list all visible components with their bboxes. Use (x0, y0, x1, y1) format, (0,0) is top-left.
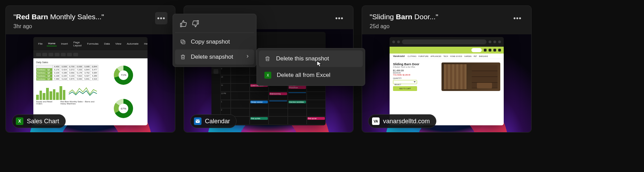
excel-window: File Home Insert Page Layout Formulas Da… (33, 37, 148, 125)
ellipsis-icon: ••• (335, 14, 343, 22)
ellipsis-icon: ••• (157, 14, 165, 22)
card-header: "Sliding Barn Door..." 25d ago ••• (362, 6, 531, 30)
donut-chart-2: 67% (114, 99, 133, 118)
snapshot-card-red-barn[interactable]: "Red Barn Monthly Sales..." 3hr ago ••• … (6, 5, 175, 133)
svg-rect-1 (182, 41, 185, 44)
title-rest: Door..." (412, 13, 438, 21)
thumbs-down-button[interactable] (192, 20, 200, 28)
menu-item-label: Delete snapshot (191, 54, 233, 60)
product-image (441, 62, 500, 91)
delete-snapshot-item[interactable]: Delete snapshot (175, 49, 254, 65)
site-nav: VanArsdel CLOTHINGFURNITUREAPPLIANCESTEC… (390, 54, 504, 59)
copy-icon (180, 39, 186, 45)
vanarsdel-icon: VA (372, 117, 380, 125)
source-label: vanarsdelltd.com (383, 118, 430, 125)
snapshot-thumbnail[interactable]: File Home Insert Page Layout Formulas Da… (6, 34, 175, 132)
title-rest: Monthly Sales..." (48, 13, 104, 21)
title-bold: Red Barn (16, 13, 48, 21)
donut-chart-1: 71% (114, 66, 133, 85)
source-pill[interactable]: Calendar (190, 114, 237, 128)
copy-snapshot-item[interactable]: Copy snapshot (175, 34, 254, 49)
menu-separator (175, 33, 254, 33)
source-label: Sales Chart (27, 118, 59, 125)
outlook-icon (194, 117, 201, 125)
excel-ribbon: File Home Insert Page Layout Formulas Da… (33, 37, 148, 51)
brand-logo: VanArsdel (393, 55, 405, 57)
source-pill[interactable]: X Sales Chart (12, 114, 66, 128)
you-save-value: $2,150.00 (403, 74, 410, 76)
snapshot-thumbnail[interactable]: VanArsdel CLOTHINGFURNITUREAPPLIANCESTEC… (362, 34, 531, 132)
card-title: "Red Barn Monthly Sales..." (13, 12, 104, 21)
card-timestamp: 3hr ago (13, 23, 104, 30)
search-icon (484, 49, 487, 51)
qty-label: QUANTITY (393, 77, 438, 79)
snapshot-context-menu: Copy snapshot Delete snapshot (173, 14, 256, 67)
webpage: VanArsdel CLOTHINGFURNITUREAPPLIANCESTEC… (390, 47, 504, 125)
user-icon (489, 49, 491, 51)
thumbs-up-icon (179, 20, 187, 27)
svg-rect-2 (181, 40, 184, 43)
mini-line-chart (69, 83, 98, 100)
delete-this-snapshot-item[interactable]: Delete this snapshot (259, 50, 363, 67)
excel-icon: X (264, 72, 271, 79)
browser-chrome (390, 37, 504, 47)
mouse-cursor-icon (316, 60, 323, 67)
ribbon-tab: File (37, 42, 44, 46)
chart-caption: Red Barn Monthly Sales – Barns and Heavy… (61, 101, 98, 105)
product-info: Sliding Barn Door A Modern Touch to the … (393, 62, 438, 91)
more-options-button[interactable]: ••• (155, 12, 167, 24)
qty-select: SELECT (393, 80, 417, 84)
thumbs-down-icon (192, 20, 199, 27)
source-label: Calendar (205, 118, 230, 125)
excel-icon: X (16, 117, 23, 125)
ribbon-tab: Insert (59, 42, 69, 46)
sheet-title: Daily Sales (36, 61, 98, 64)
excel-ribbon-tools (33, 51, 148, 58)
heart-icon (493, 49, 496, 51)
product-title: Sliding Barn Door (393, 62, 438, 66)
ribbon-tab: View (114, 42, 123, 46)
menu-item-label: Delete all from Excel (277, 72, 330, 79)
ribbon-tab-home: Home (47, 41, 57, 46)
delete-submenu: Delete this snapshot X Delete all from E… (256, 48, 365, 86)
source-pill[interactable]: VA vanarsdelltd.com (368, 114, 436, 128)
card-header: "Red Barn Monthly Sales..." 3hr ago ••• (6, 6, 175, 30)
browser-window: VanArsdel CLOTHINGFURNITUREAPPLIANCESTEC… (390, 37, 504, 125)
select-label: SELECT (393, 83, 401, 85)
chevron-right-icon (245, 54, 250, 60)
more-options-button[interactable]: ••• (511, 12, 524, 24)
ribbon-tab: Formulas (86, 42, 100, 46)
trash-icon (180, 54, 186, 60)
product-tagline: A Modern Touch to the Office (393, 66, 438, 68)
add-to-cart-button: ADD TO CART (393, 86, 417, 91)
ellipsis-icon: ••• (513, 14, 522, 22)
ribbon-tab: Data (103, 42, 111, 46)
cart-icon (498, 49, 501, 51)
card-timestamp: 25d ago (370, 23, 438, 30)
sales-table: 4,4505,5086,7005,5085,9086,844 Contoso -… (36, 65, 98, 81)
address-bar (402, 39, 487, 44)
snapshot-card-barn-door[interactable]: "Sliding Barn Door..." 25d ago ••• (362, 5, 532, 133)
ribbon-tab: Automate (125, 42, 140, 46)
more-options-button[interactable]: ••• (333, 12, 346, 24)
card-title: "Sliding Barn Door..." (370, 12, 438, 21)
site-top-banner (390, 47, 504, 54)
donut-value: 71% (121, 73, 126, 77)
ribbon-tab: Page Layout (72, 40, 83, 48)
ribbon-tab: Help (143, 42, 148, 46)
you-save-label: YOU SAVE: (393, 74, 402, 76)
mini-bar-chart (36, 83, 65, 100)
menu-item-label: Copy snapshot (191, 38, 230, 45)
title-prefix: "Sliding (370, 13, 396, 21)
donut-value: 67% (121, 107, 126, 110)
trash-icon (264, 56, 271, 62)
thumbs-up-button[interactable] (179, 20, 187, 28)
product-price: $1,499.99 (393, 69, 438, 72)
chart-caption: Supply and Retail Orders (36, 101, 54, 105)
delete-all-from-excel-item[interactable]: X Delete all from Excel (259, 67, 363, 83)
feedback-row (175, 16, 254, 32)
title-bold: Barn (396, 13, 412, 21)
